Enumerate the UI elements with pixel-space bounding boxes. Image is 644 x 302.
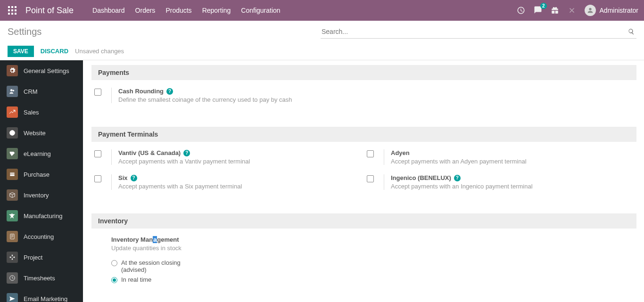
svg-rect-3 [8,9,10,11]
inventory-opt-session[interactable]: At the session closing (advised) [111,259,627,273]
vantiv-checkbox[interactable] [94,150,101,157]
gift-icon[interactable] [551,6,559,15]
section-inventory-title: Inventory [91,213,636,229]
setting-six: Six? Accept payments with a Six payment … [91,174,364,199]
svg-rect-2 [15,6,17,8]
sidebar-item-label: Accounting [24,233,54,240]
setting-ingenico: Ingenico (BENELUX)? Accept payments with… [364,174,636,199]
sidebar-item-inventory[interactable]: Inventory [0,185,83,205]
section-terminals-title: Payment Terminals [91,127,636,142]
username: Administrator [600,7,638,14]
six-title: Six [118,174,128,181]
sidebar-item-email-marketing[interactable]: Email Marketing [0,288,83,302]
adyen-title: Adyen [391,149,410,156]
messages-button[interactable]: 2 [534,6,542,16]
sidebar-item-purchase[interactable]: Purchase [0,164,83,185]
close-icon[interactable] [568,6,576,15]
inventory-opt-realtime[interactable]: In real time [111,276,627,283]
page-title: Settings [8,26,41,37]
section-payments-title: Payments [91,65,636,80]
discard-button[interactable]: DISCARD [41,48,68,55]
sidebar-icon [7,293,18,302]
sidebar-item-label: General Settings [24,67,69,74]
ingenico-checkbox[interactable] [367,175,374,182]
sidebar-item-sales[interactable]: Sales [0,102,83,122]
sidebar-item-timesheets[interactable]: Timesheets [0,268,83,288]
sidebar-icon [7,210,18,221]
subheader: Settings [0,21,644,42]
svg-rect-4 [11,9,13,11]
vantiv-title: Vantiv (US & Canada) [118,149,181,156]
topbar: Point of Sale Dashboard Orders Products … [0,0,644,21]
radio-icon [111,277,117,283]
svg-point-10 [13,90,14,92]
apps-icon[interactable] [6,4,19,17]
six-desc: Accept payments with a Six payment termi… [118,183,355,190]
sidebar-icon [7,86,18,97]
avatar [585,5,596,16]
search-input[interactable] [321,26,628,37]
sidebar-item-manufacturing[interactable]: Manufacturing [0,205,83,226]
search-wrap [321,24,636,39]
sidebar-icon [7,169,18,180]
nav-dashboard[interactable]: Dashboard [92,7,125,14]
help-icon[interactable]: ? [166,88,173,95]
inventory-mgmt-title: Inventory Management [111,236,179,243]
sidebar-item-label: Inventory [24,192,49,199]
nav-reporting[interactable]: Reporting [202,7,231,14]
help-icon[interactable]: ? [183,150,190,156]
sidebar-item-project[interactable]: Project [0,247,83,268]
nav-products[interactable]: Products [165,7,191,14]
unsaved-label: Unsaved changes [75,48,124,55]
setting-adyen: Adyen Accept payments with an Adyen paym… [364,149,636,174]
ingenico-title: Ingenico (BENELUX) [391,174,451,181]
sidebar-item-general-settings[interactable]: General Settings [0,60,83,81]
cash-rounding-desc: Define the smallest coinage of the curre… [118,96,627,103]
svg-rect-1 [11,6,13,8]
sidebar-item-elearning[interactable]: eLearning [0,143,83,164]
svg-rect-8 [15,13,17,15]
sidebar-item-label: Email Marketing [24,295,67,302]
nav-configuration[interactable]: Configuration [241,7,280,14]
settings-sidebar: General SettingsCRMSalesWebsiteeLearning… [0,60,83,302]
sidebar-item-label: Purchase [24,171,50,178]
adyen-checkbox[interactable] [367,150,374,157]
sidebar-item-website[interactable]: Website [0,122,83,143]
sidebar-item-label: Website [24,130,46,137]
sidebar-item-label: Project [24,254,42,261]
vantiv-desc: Accept payments with a Vantiv payment te… [118,158,355,165]
search-icon[interactable] [628,28,635,35]
setting-cash-rounding: Cash Rounding? Define the smallest coina… [91,88,636,113]
brand-title[interactable]: Point of Sale [25,6,74,16]
setting-vantiv: Vantiv (US & Canada)? Accept payments wi… [91,149,364,174]
sidebar-icon [7,231,18,242]
nav-menu: Dashboard Orders Products Reporting Conf… [92,7,281,14]
sidebar-item-crm[interactable]: CRM [0,81,83,102]
sidebar-icon [7,127,18,139]
sidebar-item-label: Manufacturing [24,212,62,220]
sidebar-icon [7,148,18,159]
action-bar: SAVE DISCARD Unsaved changes [0,42,644,60]
user-menu[interactable]: Administrator [585,5,638,16]
radio-icon [111,260,117,266]
messages-badge: 2 [540,3,547,9]
topbar-right: 2 Administrator [517,5,638,16]
settings-content: Payments Cash Rounding? Define the small… [83,60,644,302]
sidebar-icon [7,189,18,201]
sidebar-icon [7,272,18,284]
clock-icon[interactable] [517,6,525,15]
adyen-desc: Accept payments with an Adyen payment te… [391,158,627,165]
nav-orders[interactable]: Orders [135,7,156,14]
svg-rect-6 [8,13,10,15]
inventory-mgmt-desc: Update quantities in stock [111,245,627,252]
save-button[interactable]: SAVE [8,46,34,57]
six-checkbox[interactable] [94,175,101,182]
cash-rounding-checkbox[interactable] [94,89,101,96]
sidebar-item-label: Sales [24,109,39,116]
help-icon[interactable]: ? [454,175,461,181]
sidebar-item-accounting[interactable]: Accounting [0,226,83,247]
sidebar-icon [7,252,18,263]
setting-inventory-mgmt: Inventory Management Update quantities i… [91,236,636,293]
svg-rect-0 [8,6,10,8]
help-icon[interactable]: ? [131,175,137,181]
